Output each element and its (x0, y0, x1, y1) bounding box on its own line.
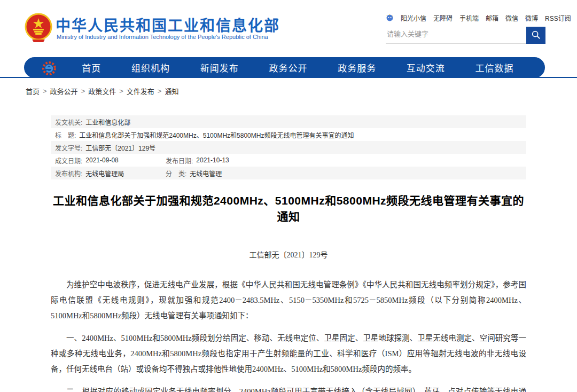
main-nav: 首页 组织机构 新闻发布 政务公开 政务服务 互动交流 工信数据 (24, 57, 545, 78)
breadcrumb-policy-docs[interactable]: 政策文件 (88, 86, 116, 96)
paragraph: 为维护空中电波秩序，促进无线电产业发展，根据《中华人民共和国无线电管理条例》《中… (51, 277, 526, 324)
meta-row-dates: 成文日期: 2021-09-08 发布日期: 2021-10-13 (51, 154, 526, 167)
breadcrumb-separator: > (43, 87, 47, 95)
meta-label: 发布机构: (55, 169, 82, 178)
meta-row-publisher: 发布机构: 无线电管理局 分 类: 无线电管理 (51, 167, 526, 179)
meta-label: 发布日期: (166, 156, 193, 165)
search-bar (386, 27, 545, 44)
breadcrumb-separator: > (158, 87, 162, 95)
nav-item-interaction[interactable]: 互动交流 (407, 61, 445, 74)
meta-value: 2021-10-13 (196, 156, 229, 164)
meta-row-doc-number: 发文字号: 工信部无〔2021〕129号 (51, 141, 526, 154)
meta-value: 无线电管理局 (85, 169, 124, 178)
utility-link-weibo[interactable]: 微博 (525, 13, 538, 22)
utility-link-accessibility[interactable]: 无障碍 (433, 13, 453, 22)
meta-value: 工业和信息化部 (85, 117, 130, 127)
paragraph: 二、根据对应的移动或固定业务无线电频率划分，2400MHz频段可用于宽带无线接入… (51, 384, 526, 392)
document-number: 工信部无〔2021〕129号 (51, 249, 526, 260)
utility-link-wechat[interactable]: 微信 (505, 13, 518, 22)
breadcrumb-separator: > (81, 87, 85, 95)
meta-row-title: 标 题: 工业和信息化部关于加强和规范2400MHz、5100MHz和5800M… (51, 128, 526, 141)
search-input[interactable] (386, 27, 526, 44)
meta-value: 工业和信息化部关于加强和规范2400MHz、5100MHz和5800MHz频段无… (79, 130, 354, 139)
national-emblem-icon (25, 13, 52, 43)
nav-item-home[interactable]: 首页 (82, 61, 101, 74)
document-title: 工业和信息化部关于加强和规范2400MHz、5100MHz和5800MHz频段无… (51, 192, 526, 224)
breadcrumb-notice[interactable]: 通知 (165, 86, 178, 96)
meta-value: 工信部无〔2021〕129号 (85, 143, 155, 152)
document-content: 发文机关: 工业和信息化部 标 题: 工业和信息化部关于加强和规范2400MHz… (51, 115, 526, 392)
paragraph: 一、2400MHz、5100MHz和5800MHz频段划分给固定、移动、无线电定… (51, 331, 526, 377)
nav-item-news[interactable]: 新闻发布 (200, 61, 239, 74)
nav-item-gov-services[interactable]: 政务服务 (338, 61, 376, 74)
meta-label: 发文字号: (55, 143, 82, 152)
search-button[interactable] (526, 27, 545, 44)
meta-label: 分 类: (166, 169, 186, 178)
breadcrumb-doc-release[interactable]: 文件发布 (127, 86, 154, 96)
meta-label: 成文日期: (55, 156, 82, 165)
meta-row-issuing-agency: 发文机关: 工业和信息化部 (51, 115, 526, 128)
search-icon (531, 30, 541, 41)
page: 中华人民共和国工业和信息化部 Ministry of Industry and … (0, 0, 577, 392)
breadcrumb-home[interactable]: 首页 (26, 86, 40, 96)
meta-label: 发文机关: (55, 117, 82, 127)
breadcrumb: 首页 > 政务公开 > 政策文件 > 文件发布 > 通知 (26, 86, 178, 96)
site-title: 中华人民共和国工业和信息化部 (56, 14, 280, 35)
document-body: 为维护空中电波秩序，促进无线电产业发展，根据《中华人民共和国无线电管理条例》《中… (51, 277, 526, 392)
utility-link-sunshine[interactable]: 阳光小信 (401, 13, 426, 22)
nav-items: 首页 组织机构 新闻发布 政务公开 政务服务 互动交流 工信数据 (57, 61, 545, 74)
breadcrumb-gov-info[interactable]: 政务公开 (50, 86, 78, 96)
utility-links: 阳光小信 无障碍 手机端 邮箱 微信 微博 RSS订阅 (386, 13, 546, 22)
mascot-icon (386, 14, 394, 22)
miit-gear-logo-icon (41, 60, 57, 76)
utility-link-rss[interactable]: RSS订阅 (545, 13, 571, 22)
site-subtitle: Ministry of Industry and Information Tec… (57, 34, 268, 40)
nav-item-organization[interactable]: 组织机构 (131, 61, 170, 74)
utility-link-mail[interactable]: 邮箱 (486, 13, 498, 22)
meta-label: 标 题: (55, 130, 76, 139)
utility-link-mobile[interactable]: 手机端 (459, 13, 479, 22)
breadcrumb-separator: > (119, 87, 123, 95)
document-meta-table: 发文机关: 工业和信息化部 标 题: 工业和信息化部关于加强和规范2400MHz… (51, 115, 526, 179)
meta-value: 无线电管理 (190, 169, 222, 178)
nav-item-data[interactable]: 工信数据 (475, 61, 514, 74)
meta-value: 2021-09-08 (85, 156, 118, 164)
site-header: 中华人民共和国工业和信息化部 Ministry of Industry and … (0, 0, 577, 53)
nav-item-gov-info[interactable]: 政务公开 (269, 61, 307, 74)
